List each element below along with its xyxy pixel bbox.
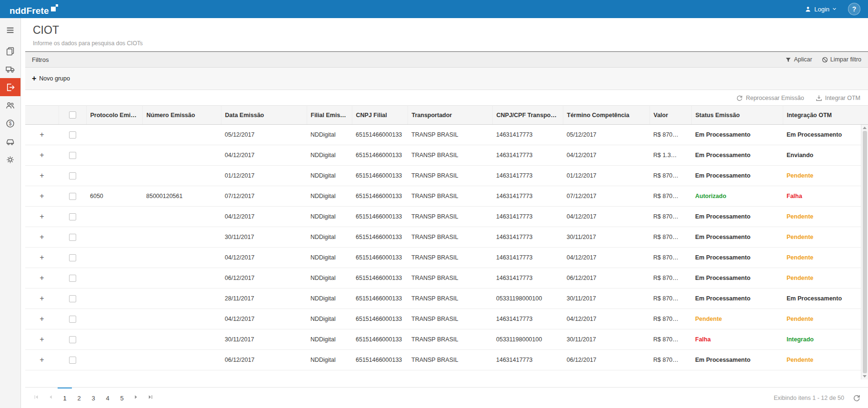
- row-checkbox[interactable]: [69, 316, 76, 323]
- column-header-termino-competencia[interactable]: Término Competência: [563, 106, 649, 125]
- brand-name: nddFrete: [10, 3, 49, 15]
- pager-page-4[interactable]: 4: [100, 388, 115, 408]
- column-header-transportador[interactable]: Transportador: [408, 106, 492, 125]
- scroll-down-icon[interactable]: [863, 375, 867, 378]
- row-checkbox[interactable]: [69, 152, 76, 159]
- main-content: CIOT Informe os dados para pesquisa dos …: [21, 18, 868, 408]
- expand-row-icon[interactable]: +: [40, 294, 44, 302]
- vertical-scrollbar[interactable]: [861, 125, 868, 379]
- cell-termino: 07/12/2017: [563, 186, 649, 207]
- sidebar-item-settings[interactable]: [0, 150, 20, 169]
- row-checkbox[interactable]: [69, 336, 76, 343]
- funnel-icon: [785, 57, 791, 63]
- column-header-cnpj-filial[interactable]: CNPJ Filial: [352, 106, 408, 125]
- cell-numero: [142, 350, 221, 370]
- cell-integracao-otm: Pendente: [783, 350, 868, 370]
- expand-row-icon[interactable]: +: [40, 151, 44, 159]
- row-checkbox[interactable]: [69, 213, 76, 220]
- sidebar-item-transport[interactable]: [0, 60, 20, 78]
- cell-integracao-otm: Pendente: [783, 207, 868, 227]
- column-header-status-emissao[interactable]: Status Emissão: [691, 106, 783, 125]
- new-group-button[interactable]: + Novo grupo: [32, 75, 70, 82]
- expand-row-icon[interactable]: +: [40, 253, 44, 261]
- pager-prev-button[interactable]: [43, 388, 58, 408]
- cell-valor: R$ 870,00: [649, 227, 691, 248]
- apply-filter-button[interactable]: Aplicar: [785, 56, 812, 63]
- refresh-icon: [736, 95, 743, 101]
- reprocess-emission-button[interactable]: Reprocessar Emissão: [736, 95, 804, 101]
- users-icon: [6, 101, 15, 110]
- cell-status-emissao: Em Processamento: [691, 227, 783, 248]
- cell-numero: [142, 227, 221, 248]
- column-header-integracao-otm[interactable]: Integração OTM: [783, 106, 868, 125]
- row-checkbox[interactable]: [69, 234, 76, 241]
- sidebar-item-documents[interactable]: [0, 42, 20, 60]
- expand-row-icon[interactable]: +: [40, 315, 44, 323]
- scrollbar-thumb[interactable]: [863, 131, 867, 373]
- cell-valor: R$ 870,00: [649, 125, 691, 145]
- pager-first-button[interactable]: [29, 388, 43, 408]
- row-checkbox[interactable]: [69, 193, 76, 200]
- column-header-cnpj-cpf-transportador[interactable]: CNPJ/CPF Transporta...: [492, 106, 563, 125]
- row-checkbox[interactable]: [69, 357, 76, 364]
- expand-row-icon[interactable]: +: [40, 233, 44, 241]
- column-header-protocolo-emissao[interactable]: Protocolo Emissão: [86, 106, 142, 125]
- cell-integracao-otm: Enviando: [783, 145, 868, 166]
- cell-status-emissao: Falha: [691, 329, 783, 350]
- sidebar-item-payments[interactable]: $: [0, 114, 20, 132]
- cell-protocolo: [86, 145, 142, 166]
- pager-refresh-button[interactable]: [853, 394, 860, 402]
- expand-row-icon[interactable]: +: [40, 130, 44, 139]
- cell-protocolo: [86, 166, 142, 186]
- pager-page-1[interactable]: 1: [58, 388, 72, 408]
- pager-page-2[interactable]: 2: [72, 388, 86, 408]
- pager-last-button[interactable]: [143, 388, 158, 408]
- cell-transportador: TRANSP BRASIL: [408, 268, 492, 289]
- table-row: + 06/12/2017 NDDigital 65151466000133 TR…: [25, 268, 868, 289]
- sidebar-item-vehicles[interactable]: [0, 132, 20, 150]
- expand-row-icon[interactable]: +: [40, 335, 44, 343]
- select-all-checkbox[interactable]: [69, 111, 76, 119]
- help-button[interactable]: ?: [848, 3, 860, 15]
- row-checkbox[interactable]: [69, 131, 76, 139]
- cell-valor: R$ 870,00: [649, 268, 691, 289]
- column-header-filial-emissora[interactable]: Filial Emissora: [307, 106, 352, 125]
- expand-row-icon[interactable]: +: [40, 274, 44, 282]
- column-header-valor[interactable]: Valor: [649, 106, 691, 125]
- gear-icon: [6, 155, 15, 164]
- integrate-otm-button[interactable]: Integrar OTM: [816, 95, 860, 101]
- sidebar-item-ciot[interactable]: [0, 78, 20, 96]
- table-row: + 06/12/2017 NDDigital 65151466000133 TR…: [25, 350, 868, 370]
- pager-page-3[interactable]: 3: [86, 388, 100, 408]
- pager-next-button[interactable]: [129, 388, 143, 408]
- expand-row-icon[interactable]: +: [40, 192, 44, 200]
- cell-filial: NDDigital: [307, 166, 352, 186]
- cell-valor: R$ 870,00: [649, 309, 691, 329]
- cell-status-emissao: Em Processamento: [691, 166, 783, 186]
- cell-data-emissao: 04/12/2017: [221, 309, 307, 329]
- cell-cnpj-cpf: 14631417773: [492, 207, 563, 227]
- pager-page-5[interactable]: 5: [115, 388, 129, 408]
- column-header-numero-emissao[interactable]: Número Emissão: [142, 106, 221, 125]
- cell-termino: 01/12/2017: [563, 166, 649, 186]
- expand-row-icon[interactable]: +: [40, 356, 44, 364]
- column-header-data-emissao[interactable]: Data Emissão: [221, 106, 307, 125]
- scroll-up-icon[interactable]: [863, 127, 867, 129]
- row-checkbox[interactable]: [69, 275, 76, 282]
- sidebar-menu-toggle[interactable]: [0, 21, 20, 39]
- cell-protocolo: [86, 329, 142, 350]
- clear-filter-button[interactable]: Limpar filtro: [822, 56, 861, 63]
- row-checkbox[interactable]: [69, 172, 76, 179]
- cell-data-emissao: 06/12/2017: [221, 350, 307, 370]
- pager-controls: 1 2 3 4 5: [29, 388, 158, 408]
- sidebar-item-users[interactable]: [0, 96, 20, 114]
- cell-transportador: TRANSP BRASIL: [408, 248, 492, 268]
- expand-row-icon[interactable]: +: [40, 171, 44, 179]
- cell-protocolo: [86, 350, 142, 370]
- cell-protocolo: [86, 125, 142, 145]
- login-button[interactable]: Login: [802, 5, 839, 13]
- row-checkbox[interactable]: [69, 254, 76, 261]
- row-checkbox[interactable]: [69, 295, 76, 302]
- cell-integracao-otm: Pendente: [783, 248, 868, 268]
- expand-row-icon[interactable]: +: [40, 212, 44, 220]
